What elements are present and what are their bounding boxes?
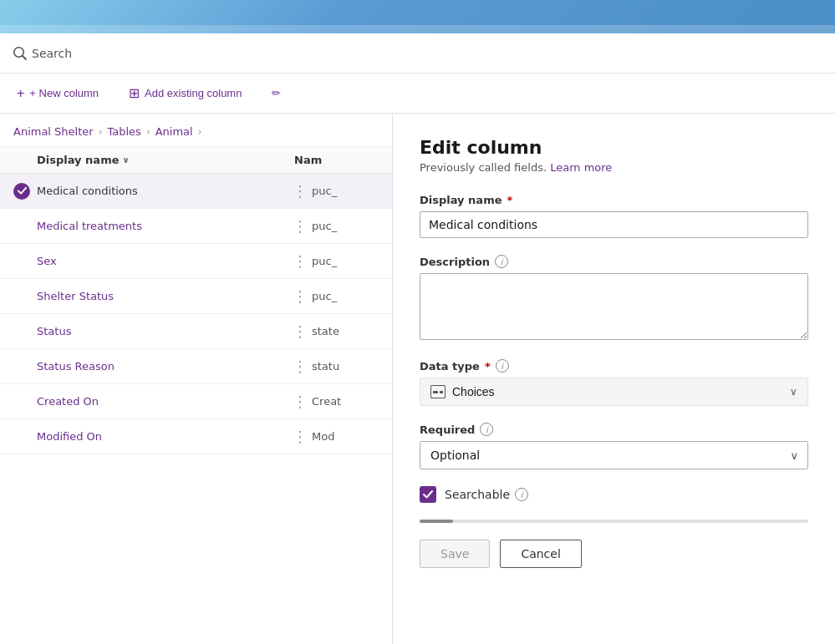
data-type-value-text: Choices — [452, 385, 495, 398]
searchable-label: Searchable i — [445, 488, 528, 501]
searchable-info-icon[interactable]: i — [515, 488, 528, 501]
row-check — [13, 183, 37, 200]
data-type-chevron-icon: ∨ — [790, 386, 797, 398]
data-type-info-icon[interactable]: i — [496, 359, 509, 373]
learn-more-link[interactable]: Learn more — [550, 161, 612, 174]
row-menu-button[interactable]: ⋮ — [288, 252, 312, 270]
breadcrumb-sep-3: › — [198, 126, 202, 138]
row-name: puc_ — [312, 290, 379, 302]
required-label-text: Required — [420, 423, 475, 436]
left-panel: Animal Shelter › Tables › Animal › Displ… — [0, 114, 393, 644]
main-area: Animal Shelter › Tables › Animal › Displ… — [0, 114, 835, 644]
cancel-button[interactable]: Cancel — [500, 540, 581, 568]
scroll-thumb — [420, 520, 453, 523]
searchable-label-text: Searchable — [445, 488, 510, 501]
table-row[interactable]: Modified On ⋮ Mod — [0, 419, 392, 454]
right-panel: Edit column Previously called fields. Le… — [393, 114, 835, 644]
scroll-hint — [420, 520, 808, 523]
toolbar: + + New column ⊞ Add existing column ✏ — [0, 74, 835, 114]
required-select[interactable]: Optional Required — [420, 441, 808, 469]
row-name: state — [312, 325, 379, 337]
data-type-label: Data type * i — [420, 359, 808, 373]
new-column-label: + New column — [29, 87, 99, 99]
col-header-display[interactable]: Display name ∨ — [37, 154, 271, 166]
breadcrumb-sep-2: › — [146, 126, 150, 138]
sort-arrow-icon: ∨ — [123, 155, 130, 165]
panel-subtitle: Previously called fields. Learn more — [420, 161, 808, 174]
description-textarea[interactable] — [420, 273, 808, 340]
row-menu-button[interactable]: ⋮ — [288, 287, 312, 305]
edit-icon-button[interactable]: ✏ — [265, 84, 288, 103]
table-row[interactable]: Medical treatments ⋮ puc_ — [0, 209, 392, 244]
save-button[interactable]: Save — [420, 540, 490, 568]
row-menu-button[interactable]: ⋮ — [288, 182, 312, 200]
searchable-row: Searchable i — [420, 486, 808, 503]
row-name: statu — [312, 360, 379, 373]
row-label: Modified On — [37, 430, 288, 443]
breadcrumb-tables[interactable]: Tables — [107, 125, 140, 138]
data-type-section: Data type * i Choices ∨ — [420, 359, 808, 406]
row-name: Creat — [312, 395, 379, 408]
data-type-label-text: Data type — [420, 360, 480, 373]
row-name: Mod — [312, 430, 379, 443]
breadcrumb: Animal Shelter › Tables › Animal › — [0, 114, 392, 147]
col-header-display-label: Display name — [37, 154, 120, 166]
row-name: puc_ — [312, 185, 379, 197]
table-rows: Medical conditions ⋮ puc_ Medical treatm… — [0, 174, 392, 644]
col-header-name-label: Nam — [294, 154, 322, 166]
row-menu-button[interactable]: ⋮ — [288, 428, 312, 445]
row-label: Status — [37, 325, 288, 337]
display-name-label-text: Display name — [420, 194, 502, 206]
checkmark-row-icon — [18, 186, 27, 195]
plus-icon: + — [17, 86, 24, 101]
required-star: * — [507, 194, 513, 206]
description-section: Description i — [420, 255, 808, 342]
data-type-required-star: * — [485, 360, 491, 373]
row-label: Sex — [37, 255, 288, 267]
description-info-icon[interactable]: i — [495, 255, 508, 268]
table-row[interactable]: Shelter Status ⋮ puc_ — [0, 279, 392, 314]
header-image — [0, 0, 835, 33]
panel-subtitle-text: Previously called fields. — [420, 161, 547, 174]
display-name-section: Display name * — [420, 194, 808, 238]
display-name-input[interactable] — [420, 211, 808, 238]
row-label: Status Reason — [37, 360, 288, 373]
breadcrumb-sep-1: › — [99, 126, 103, 138]
table-row[interactable]: Medical conditions ⋮ puc_ — [0, 174, 392, 209]
table-row[interactable]: Created On ⋮ Creat — [0, 384, 392, 419]
table-row[interactable]: Status Reason ⋮ statu — [0, 349, 392, 384]
row-menu-button[interactable]: ⋮ — [288, 357, 312, 375]
description-label-text: Description — [420, 256, 490, 268]
panel-title: Edit column — [420, 137, 808, 158]
data-type-value-wrap: Choices — [430, 385, 495, 398]
top-bar: Search — [0, 33, 835, 74]
required-section: Required i Optional Required ∨ — [420, 423, 808, 469]
row-label: Medical conditions — [37, 185, 288, 197]
table-icon: ⊞ — [129, 85, 140, 101]
row-menu-button[interactable]: ⋮ — [288, 322, 312, 340]
row-name: puc_ — [312, 220, 379, 232]
row-label: Created On — [37, 395, 288, 408]
pencil-icon: ✏ — [272, 87, 281, 99]
table-header: Display name ∨ Nam — [0, 147, 392, 174]
row-label: Medical treatments — [37, 220, 288, 232]
col-header-name: Nam — [294, 154, 379, 166]
search-area[interactable]: Search — [13, 47, 72, 60]
button-row: Save Cancel — [420, 540, 808, 568]
data-type-select[interactable]: Choices ∨ — [420, 378, 808, 406]
search-label: Search — [32, 47, 72, 60]
required-info-icon[interactable]: i — [480, 423, 493, 436]
breadcrumb-animal[interactable]: Animal — [155, 125, 193, 138]
row-menu-button[interactable]: ⋮ — [288, 217, 312, 235]
searchable-checkbox[interactable] — [420, 486, 436, 503]
table-row[interactable]: Status ⋮ state — [0, 314, 392, 349]
new-column-button[interactable]: + + New column — [10, 83, 105, 104]
row-label: Shelter Status — [37, 290, 288, 302]
searchable-section: Searchable i — [420, 486, 808, 503]
add-existing-column-button[interactable]: ⊞ Add existing column — [122, 82, 248, 104]
table-row[interactable]: Sex ⋮ puc_ — [0, 244, 392, 279]
row-menu-button[interactable]: ⋮ — [288, 393, 312, 410]
breadcrumb-animal-shelter[interactable]: Animal Shelter — [13, 125, 94, 138]
required-dropdown-wrap: Optional Required ∨ — [420, 441, 808, 469]
description-label: Description i — [420, 255, 808, 268]
